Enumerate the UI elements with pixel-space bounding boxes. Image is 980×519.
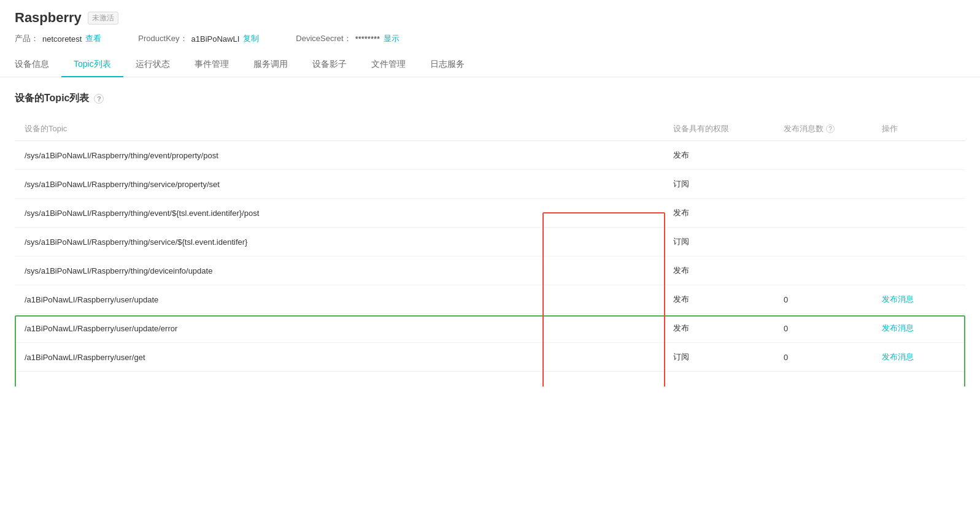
topic-cell: /sys/a1BiPoNawLI/Raspberry/thing/event/p…: [25, 151, 673, 160]
permission-cell: 发布: [673, 294, 784, 305]
publish-message-link[interactable]: 发布消息: [882, 294, 914, 304]
section-title: 设备的Topic列表 ?: [15, 92, 965, 105]
section-title-text: 设备的Topic列表: [15, 92, 89, 105]
table-row: /a1BiPoNawLI/Raspberry/user/update/error…: [15, 314, 965, 343]
product-value: netcoretest: [42, 34, 82, 44]
action-cell: 发布消息: [882, 294, 955, 305]
info-icon[interactable]: ?: [94, 94, 104, 104]
tab-device-info[interactable]: 设备信息: [15, 53, 61, 77]
product-key-value: a1BiPoNawLI: [191, 34, 240, 44]
topic-table: 设备的Topic 设备具有的权限 发布消息数 ? 操作 /sys/a1BiPoN…: [15, 117, 965, 372]
inactive-badge: 未激活: [88, 12, 118, 25]
permission-cell: 订阅: [673, 179, 784, 190]
meta-row: 产品： netcoretest 查看 ProductKey： a1BiPoNaw…: [15, 33, 965, 44]
tab-file-mgmt[interactable]: 文件管理: [359, 53, 418, 77]
table-row: /sys/a1BiPoNawLI/Raspberry/thing/devicei…: [15, 256, 965, 285]
device-secret-show-link[interactable]: 显示: [384, 33, 399, 44]
col-header-action: 操作: [882, 123, 955, 134]
table-row: /sys/a1BiPoNawLI/Raspberry/thing/event/p…: [15, 141, 965, 170]
tab-device-shadow[interactable]: 设备影子: [300, 53, 359, 77]
permission-cell: 发布: [673, 207, 784, 218]
tab-bar: 设备信息 Topic列表 运行状态 事件管理 服务调用 设备影子 文件管理 日志…: [15, 53, 965, 77]
tab-service-call[interactable]: 服务调用: [241, 53, 300, 77]
table-row: /a1BiPoNawLI/Raspberry/user/update 发布 0 …: [15, 285, 965, 314]
header: Raspberry 未激活 产品： netcoretest 查看 Product…: [0, 0, 980, 77]
tab-event-mgmt[interactable]: 事件管理: [182, 53, 241, 77]
count-cell: 0: [784, 295, 882, 304]
action-cell: 发布消息: [882, 323, 955, 334]
publish-message-link[interactable]: 发布消息: [882, 323, 914, 333]
action-cell: 发布消息: [882, 352, 955, 363]
col-header-permission: 设备具有的权限: [673, 123, 784, 134]
table-row: /sys/a1BiPoNawLI/Raspberry/thing/event/$…: [15, 199, 965, 228]
count-cell: 0: [784, 353, 882, 362]
topic-cell: /a1BiPoNawLI/Raspberry/user/update/error: [25, 324, 673, 333]
col-header-topic: 设备的Topic: [25, 123, 673, 134]
device-secret-label: DeviceSecret：: [296, 33, 351, 44]
table-row: /sys/a1BiPoNawLI/Raspberry/thing/service…: [15, 228, 965, 256]
device-title-row: Raspberry 未激活: [15, 10, 965, 26]
topic-cell: /sys/a1BiPoNawLI/Raspberry/thing/event/$…: [25, 209, 673, 218]
permission-cell: 发布: [673, 323, 784, 334]
table-row: /a1BiPoNawLI/Raspberry/user/get 订阅 0 发布消…: [15, 343, 965, 372]
product-key-info: ProductKey： a1BiPoNawLI 复制: [138, 33, 259, 44]
topic-cell: /sys/a1BiPoNawLI/Raspberry/thing/service…: [25, 237, 673, 247]
device-name: Raspberry: [15, 10, 82, 26]
tab-runtime-status[interactable]: 运行状态: [123, 53, 182, 77]
product-label: 产品：: [15, 33, 39, 44]
device-secret-value: ********: [355, 34, 380, 44]
product-info: 产品： netcoretest 查看: [15, 33, 101, 44]
permission-cell: 订阅: [673, 352, 784, 363]
count-cell: 0: [784, 324, 882, 333]
col-header-count: 发布消息数 ?: [784, 123, 882, 134]
count-info-icon[interactable]: ?: [826, 125, 835, 133]
topic-cell: /sys/a1BiPoNawLI/Raspberry/thing/service…: [25, 180, 673, 189]
topic-cell: /sys/a1BiPoNawLI/Raspberry/thing/devicei…: [25, 266, 673, 275]
tab-log-service[interactable]: 日志服务: [418, 53, 477, 77]
topic-cell: /a1BiPoNawLI/Raspberry/user/get: [25, 353, 673, 362]
permission-cell: 发布: [673, 265, 784, 276]
device-secret-info: DeviceSecret： ******** 显示: [296, 33, 399, 44]
content-area: 设备的Topic列表 ? 设备的Topic 设备具有的权限 发布消息数 ? 操作…: [0, 77, 980, 386]
product-key-copy-link[interactable]: 复制: [243, 33, 259, 44]
product-view-link[interactable]: 查看: [85, 33, 101, 44]
product-key-label: ProductKey：: [138, 33, 187, 44]
permission-cell: 发布: [673, 150, 784, 161]
table-row: /sys/a1BiPoNawLI/Raspberry/thing/service…: [15, 170, 965, 199]
topic-cell: /a1BiPoNawLI/Raspberry/user/update: [25, 295, 673, 304]
table-header: 设备的Topic 设备具有的权限 发布消息数 ? 操作: [15, 117, 965, 141]
publish-message-link[interactable]: 发布消息: [882, 352, 914, 361]
permission-cell: 订阅: [673, 236, 784, 247]
tab-topic-list[interactable]: Topic列表: [61, 53, 123, 77]
